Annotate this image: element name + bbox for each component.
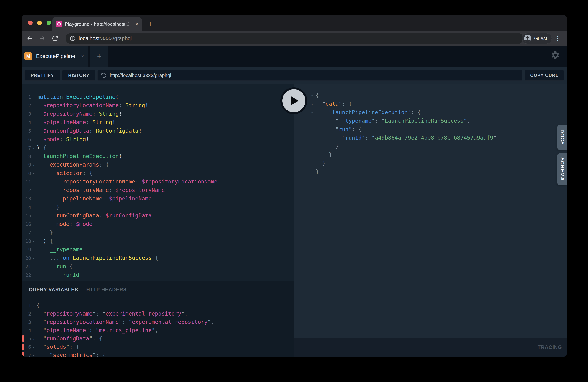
code-text: } bbox=[316, 150, 567, 159]
reload-button[interactable] bbox=[50, 34, 60, 43]
query-line: 1mutation ExecutePipeline( bbox=[22, 93, 294, 101]
line-number: 8 bbox=[22, 152, 31, 161]
tab-http-headers[interactable]: HTTP HEADERS bbox=[86, 287, 127, 293]
copy-curl-button[interactable]: COPY CURL bbox=[525, 70, 564, 81]
playground-tab-close-icon[interactable]: × bbox=[81, 53, 84, 59]
back-button[interactable] bbox=[25, 34, 35, 43]
code-text: $mode: String! bbox=[37, 135, 294, 144]
fold-arrow-icon[interactable]: ▾ bbox=[31, 161, 37, 170]
browser-toolbar: localhost:3333/graphql Guest ⋮ bbox=[22, 31, 567, 45]
prettify-button[interactable]: PRETTIFY bbox=[24, 70, 60, 81]
window-controls bbox=[28, 21, 51, 25]
close-window-button[interactable] bbox=[28, 21, 33, 25]
lint-marker bbox=[22, 343, 24, 350]
response-line: } bbox=[294, 159, 567, 168]
code-text: "repositoryName": "experimental_reposito… bbox=[37, 310, 294, 318]
lint-marker bbox=[22, 352, 24, 357]
schema-side-tab[interactable]: SCHEMA bbox=[558, 153, 567, 185]
line-number: 15 bbox=[22, 212, 31, 220]
execute-query-button[interactable] bbox=[280, 87, 307, 114]
fold-arrow-icon[interactable]: ▾ bbox=[31, 144, 37, 152]
query-editor[interactable]: 1mutation ExecutePipeline(2 $repositoryL… bbox=[22, 84, 294, 281]
line-number: 5 bbox=[22, 127, 31, 135]
code-text: "__typename": "LaunchPipelineRunSuccess"… bbox=[316, 117, 567, 125]
browser-tab[interactable]: Playground - http://localhost:3 × bbox=[52, 17, 142, 31]
variables-editor[interactable]: 1▾{2 "repositoryName": "experimental_rep… bbox=[22, 301, 294, 357]
browser-tab-close-icon[interactable]: × bbox=[135, 21, 138, 27]
line-number: 7 bbox=[22, 144, 31, 152]
right-column: ▾{▾ "data": {▾ "launchPipelineExecution"… bbox=[294, 84, 567, 357]
code-text: ) { bbox=[37, 237, 294, 245]
code-text: mutation ExecutePipeline( bbox=[37, 93, 294, 101]
query-line: 15 runConfigData: $runConfigData bbox=[22, 211, 294, 220]
code-text: } bbox=[37, 279, 294, 281]
query-line: 17 } bbox=[22, 228, 294, 237]
line-number: 17 bbox=[22, 229, 31, 237]
code-text: "save_metrics": { bbox=[37, 351, 294, 357]
query-line: 10▾ selector: { bbox=[22, 169, 294, 177]
variables-line: 3 "repositoryLocationName": "experimenta… bbox=[22, 318, 294, 326]
query-line: 21 run { bbox=[22, 262, 294, 271]
history-button[interactable]: HISTORY bbox=[62, 70, 96, 81]
playground-toolbar: PRETTIFY HISTORY http://localhost:3333/g… bbox=[22, 67, 567, 84]
mutation-badge: M bbox=[24, 52, 32, 60]
fold-arrow-icon[interactable]: ▾ bbox=[31, 254, 37, 263]
code-text: { bbox=[37, 301, 294, 310]
zoom-window-button[interactable] bbox=[46, 21, 51, 25]
query-line: 12 repositoryName: $repositoryName bbox=[22, 186, 294, 194]
code-text: pipelineName: $pipelineName bbox=[37, 194, 294, 203]
playground-tab-executepipeline[interactable]: M ExecutePipeline × bbox=[22, 45, 88, 67]
playground-new-tab-button[interactable]: + bbox=[90, 45, 108, 67]
code-text: repositoryLocationName: $repositoryLocat… bbox=[37, 177, 294, 186]
url-bar[interactable]: localhost:3333/graphql bbox=[65, 33, 523, 44]
fold-arrow-icon[interactable]: ▾ bbox=[31, 352, 37, 357]
endpoint-input[interactable]: http://localhost:3333/graphql bbox=[97, 70, 523, 81]
lint-marker bbox=[22, 335, 24, 342]
code-text: "pipelineName": "metrics_pipeline", bbox=[37, 326, 294, 334]
query-line: 4 $pipelineName: String! bbox=[22, 118, 294, 127]
fold-arrow-icon[interactable]: ▾ bbox=[309, 92, 316, 100]
forward-button[interactable] bbox=[37, 34, 47, 43]
code-text: launchPipelineExecution( bbox=[37, 152, 294, 161]
reset-endpoint-icon[interactable] bbox=[101, 72, 106, 78]
docs-side-tab[interactable]: DOCS bbox=[558, 125, 567, 150]
site-info-icon[interactable] bbox=[70, 35, 76, 42]
code-text: "launchPipelineExecution": { bbox=[316, 108, 567, 117]
line-number: 19 bbox=[22, 245, 31, 254]
code-text: { bbox=[316, 91, 567, 100]
browser-menu-icon[interactable]: ⋮ bbox=[554, 34, 562, 43]
query-line: 9▾ executionParams: { bbox=[22, 161, 294, 169]
code-text: "repositoryLocationName": "experimental_… bbox=[37, 318, 294, 326]
url-path: :3333/graphql bbox=[100, 35, 132, 42]
new-tab-button[interactable]: + bbox=[145, 19, 156, 29]
query-line: 5 $runConfigData: RunConfigData! bbox=[22, 127, 294, 135]
fold-arrow-icon[interactable]: ▾ bbox=[31, 170, 37, 178]
minimize-window-button[interactable] bbox=[37, 21, 42, 25]
response-line: ▾ "launchPipelineExecution": { bbox=[294, 108, 567, 117]
fold-arrow-icon[interactable]: ▾ bbox=[31, 237, 37, 246]
code-text: __typename bbox=[37, 245, 294, 254]
fold-arrow-icon[interactable]: ▾ bbox=[309, 109, 316, 117]
playground-main: 1mutation ExecutePipeline(2 $repositoryL… bbox=[22, 84, 567, 357]
fold-arrow-icon[interactable]: ▾ bbox=[31, 302, 37, 310]
fold-arrow-icon[interactable]: ▾ bbox=[309, 100, 316, 109]
line-number: 16 bbox=[22, 220, 31, 229]
code-text: runId bbox=[37, 271, 294, 279]
query-line: 23 } bbox=[22, 279, 294, 281]
code-text: } bbox=[37, 203, 294, 211]
left-column: 1mutation ExecutePipeline(2 $repositoryL… bbox=[22, 84, 294, 357]
response-pane[interactable]: ▾{▾ "data": {▾ "launchPipelineExecution"… bbox=[294, 84, 567, 338]
code-text: "solids": { bbox=[37, 343, 294, 351]
variables-line: 4 "pipelineName": "metrics_pipeline", bbox=[22, 326, 294, 334]
fold-arrow-icon[interactable]: ▾ bbox=[31, 343, 37, 352]
code-text: mode: $mode bbox=[37, 220, 294, 228]
settings-gear-icon[interactable] bbox=[551, 50, 560, 60]
avatar-icon bbox=[524, 35, 531, 42]
playground-tab-bar: M ExecutePipeline × + bbox=[22, 45, 567, 67]
variables-line: 7▾ "save_metrics": { bbox=[22, 351, 294, 357]
tracing-toggle[interactable]: TRACING bbox=[538, 344, 562, 350]
profile-button[interactable]: Guest bbox=[522, 33, 552, 44]
fold-arrow-icon[interactable]: ▾ bbox=[31, 335, 37, 343]
tab-query-variables[interactable]: QUERY VARIABLES bbox=[29, 287, 78, 293]
code-text: runConfigData: $runConfigData bbox=[37, 211, 294, 220]
